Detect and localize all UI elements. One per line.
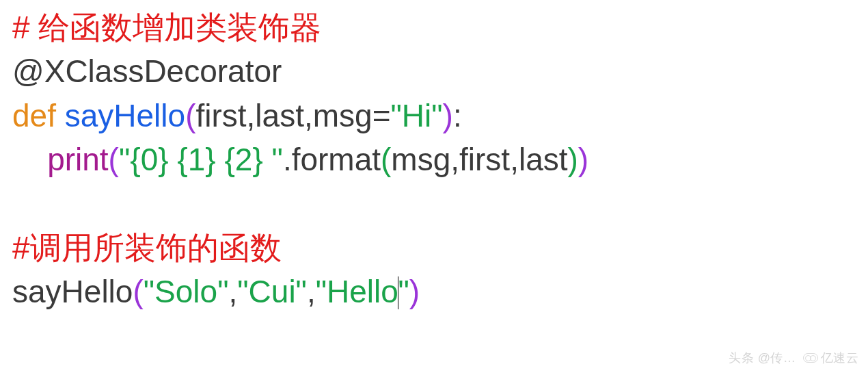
code-line-5-blank <box>12 182 856 226</box>
decorator: @XClassDecorator <box>12 53 282 89</box>
builtin-print: print <box>47 142 108 177</box>
format-string: "{0} {1} {2} " <box>119 142 283 177</box>
default-string: "Hi" <box>391 98 443 133</box>
right-paren-inner: ) <box>568 142 578 177</box>
left-paren: ( <box>185 98 195 133</box>
string-arg3b: " <box>398 274 409 309</box>
call-name: sayHello <box>12 274 133 309</box>
watermark-logo-icon: 亿速云 <box>803 350 859 367</box>
left-paren: ( <box>109 142 119 177</box>
code-line-4: print("{0} {1} {2} ".format(msg,first,la… <box>12 138 856 181</box>
blank <box>12 186 21 222</box>
code-block: # 给函数增加类装饰器 @XClassDecorator def sayHell… <box>12 5 856 314</box>
dot-format: .format <box>283 142 381 177</box>
keyword-def: def <box>12 98 65 133</box>
comment-text: # 给函数增加类装饰器 <box>12 10 321 45</box>
left-paren-inner: ( <box>381 142 391 177</box>
right-paren: ) <box>443 98 453 133</box>
comma: , <box>228 274 237 309</box>
string-arg3a: "Hello <box>316 274 398 309</box>
code-line-6: #调用所装饰的函数 <box>12 226 856 270</box>
string-arg2: "Cui" <box>237 274 307 309</box>
string-arg1: "Solo" <box>144 274 229 309</box>
watermark-group: 头条 @传… 亿速云 <box>729 350 858 367</box>
watermark-text-2: 亿速云 <box>821 350 859 367</box>
indent <box>12 142 47 177</box>
code-line-2: @XClassDecorator <box>12 49 856 93</box>
parameters: first,last,msg= <box>195 98 390 133</box>
left-paren: ( <box>133 274 143 309</box>
colon: : <box>453 98 462 133</box>
comma: , <box>307 274 316 309</box>
format-args: msg,first,last <box>391 142 567 177</box>
comment-text: #调用所装饰的函数 <box>12 230 282 266</box>
code-line-7: sayHello("Solo","Cui","Hello") <box>12 270 856 313</box>
function-name: sayHello <box>65 98 185 133</box>
right-paren: ) <box>578 142 588 177</box>
infinity-icon <box>803 353 818 363</box>
code-line-1: # 给函数增加类装饰器 <box>12 5 856 49</box>
code-line-3: def sayHello(first,last,msg="Hi"): <box>12 94 856 138</box>
right-paren: ) <box>409 274 420 309</box>
watermark-text-1: 头条 @传… <box>729 350 796 367</box>
